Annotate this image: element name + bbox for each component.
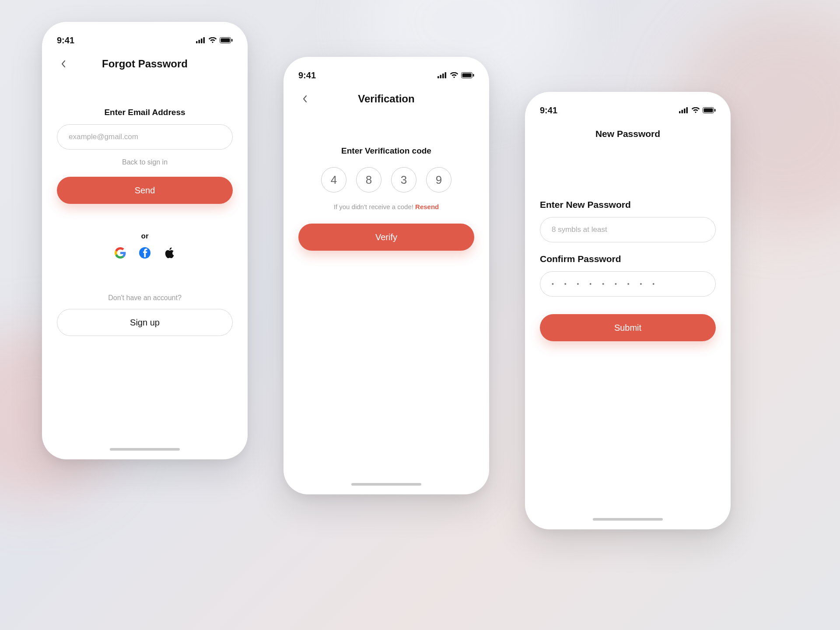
back-to-signin-link[interactable]: Back to sign in (57, 158, 233, 166)
battery-icon (703, 107, 716, 113)
home-indicator (110, 448, 180, 451)
back-button[interactable] (298, 92, 312, 105)
cellular-icon (196, 37, 206, 43)
apple-signin-button[interactable] (163, 247, 175, 259)
svg-rect-18 (686, 107, 688, 113)
status-time: 9:41 (57, 35, 74, 46)
svg-rect-1 (199, 40, 200, 43)
svg-rect-14 (473, 74, 474, 77)
chevron-left-icon (302, 95, 308, 103)
svg-rect-21 (714, 109, 716, 112)
facebook-icon (139, 247, 150, 259)
svg-rect-9 (440, 75, 442, 78)
no-account-text: Don't have an account? (57, 294, 233, 302)
confirm-password-input[interactable] (540, 271, 716, 297)
resend-link[interactable]: Resend (415, 203, 439, 210)
chevron-left-icon (61, 60, 66, 68)
svg-rect-11 (445, 72, 447, 78)
new-password-input[interactable] (540, 217, 716, 242)
confirm-password-label: Confirm Password (540, 254, 716, 264)
facebook-signin-button[interactable] (139, 247, 151, 259)
forgot-password-screen: 9:41 Forgot Password Enter Email Address… (42, 22, 248, 459)
battery-icon (220, 37, 233, 43)
svg-rect-3 (203, 37, 205, 43)
svg-rect-17 (684, 108, 686, 113)
status-icons (196, 37, 233, 43)
cellular-icon (679, 107, 689, 113)
svg-rect-16 (682, 110, 683, 113)
back-button[interactable] (57, 57, 70, 70)
send-button[interactable]: Send (57, 177, 233, 204)
svg-rect-6 (231, 39, 233, 42)
new-password-field: Enter New Password (540, 200, 716, 242)
submit-button[interactable]: Submit (540, 314, 716, 341)
verify-button[interactable]: Verify (298, 224, 474, 251)
page-title: New Password (540, 129, 716, 139)
screen-header: Forgot Password (57, 55, 233, 73)
wifi-icon (691, 107, 700, 113)
google-signin-button[interactable] (114, 247, 126, 259)
or-divider: or (57, 232, 233, 241)
code-label: Enter Verification code (298, 146, 474, 156)
social-login-row (57, 247, 233, 259)
page-title: Forgot Password (70, 58, 220, 70)
google-icon (115, 247, 126, 259)
svg-rect-10 (442, 74, 444, 78)
home-indicator (351, 483, 421, 486)
confirm-password-field: Confirm Password (540, 254, 716, 297)
cellular-icon (438, 72, 447, 78)
svg-rect-15 (679, 111, 681, 113)
new-password-screen: 9:41 New Password Enter New Password Con… (525, 92, 731, 529)
resend-row: If you didn't receive a code! Resend (298, 203, 474, 210)
status-time: 9:41 (540, 105, 557, 116)
svg-rect-0 (196, 41, 198, 43)
svg-rect-13 (462, 74, 472, 77)
svg-rect-5 (221, 38, 230, 42)
otp-inputs: 4 8 3 9 (298, 167, 474, 192)
no-code-text: If you didn't receive a code! (334, 203, 415, 210)
screen-header: Verification (298, 90, 474, 108)
svg-rect-8 (438, 76, 439, 78)
otp-digit-4[interactable]: 9 (426, 167, 452, 192)
status-bar: 9:41 (298, 69, 474, 81)
status-icons (438, 72, 474, 78)
apple-icon (164, 247, 175, 259)
page-title: Verification (312, 93, 461, 105)
home-indicator (593, 518, 663, 521)
svg-rect-20 (704, 108, 713, 112)
status-time: 9:41 (298, 70, 316, 80)
otp-digit-2[interactable]: 8 (356, 167, 382, 192)
status-bar: 9:41 (540, 104, 716, 116)
verification-screen: 9:41 Verification Enter Verification cod… (284, 57, 489, 494)
svg-rect-2 (201, 38, 203, 43)
wifi-icon (208, 37, 217, 43)
screen-header: New Password (540, 125, 716, 143)
status-icons (679, 107, 716, 113)
email-input[interactable] (57, 124, 233, 150)
battery-icon (461, 72, 474, 78)
otp-digit-3[interactable]: 3 (391, 167, 416, 192)
signup-button[interactable]: Sign up (57, 309, 233, 336)
status-bar: 9:41 (57, 34, 233, 46)
email-label: Enter Email Address (57, 108, 233, 117)
new-password-label: Enter New Password (540, 200, 716, 210)
otp-digit-1[interactable]: 4 (321, 167, 346, 192)
wifi-icon (450, 72, 458, 78)
